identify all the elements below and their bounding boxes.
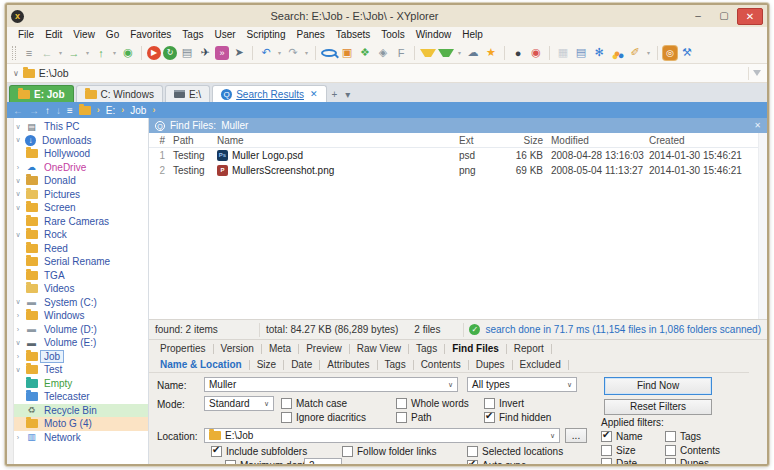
follow-folder-links-checkbox[interactable]: Follow folder links — [342, 446, 436, 457]
location-input[interactable]: E:\Job ∨ — [204, 428, 560, 443]
star-icon[interactable]: ★ — [483, 45, 499, 61]
menu-item[interactable]: Tabsets — [331, 29, 375, 40]
column-modified[interactable]: Modified — [547, 135, 645, 146]
minimize-button[interactable]: – — [685, 8, 711, 25]
breadcrumb-folder-icon[interactable] — [79, 106, 91, 115]
menu-item[interactable]: Scripting — [242, 29, 291, 40]
expand-toggle-icon[interactable]: ∨ — [14, 298, 22, 306]
panel-tab[interactable]: Find Files — [445, 343, 506, 354]
selected-locations-checkbox[interactable]: Selected locations — [467, 446, 563, 457]
file-row[interactable]: 1 Testing Ps Muller Logo.psd psd 16 KB 2… — [149, 148, 767, 163]
whole-words-checkbox[interactable]: Whole words — [396, 398, 469, 409]
invert-checkbox[interactable]: Invert — [484, 398, 524, 409]
tree-item-reed[interactable]: Reed — [14, 242, 148, 256]
breadcrumb-forward-icon[interactable]: → — [29, 105, 39, 116]
up-icon[interactable]: ↑ — [93, 45, 109, 61]
expand-toggle-icon[interactable]: ∨ — [14, 123, 22, 131]
expand-toggle-icon[interactable]: ∨ — [14, 204, 22, 212]
panel-tab[interactable]: Properties — [153, 343, 213, 354]
tab-c-windows[interactable]: C: Windows — [76, 85, 163, 102]
separator[interactable] — [657, 46, 658, 60]
browse-button[interactable]: ... — [565, 428, 587, 443]
expand-toggle-icon[interactable]: ∨ — [14, 177, 22, 185]
column-ext[interactable]: Ext — [455, 135, 493, 146]
address-path[interactable]: E:\Job — [39, 67, 69, 79]
filter-yellow-icon[interactable] — [420, 49, 436, 57]
expand-toggle-icon[interactable]: › — [14, 353, 22, 360]
close-button[interactable]: ✕ — [737, 8, 763, 25]
panel-tab[interactable]: Version — [214, 343, 261, 354]
undo-dropdown-icon[interactable]: ▾ — [276, 45, 283, 61]
dark-mode-icon[interactable]: ● — [510, 45, 526, 61]
tree-item-onedrive[interactable]: › ☁ OneDrive — [14, 161, 148, 175]
brush-icon[interactable]: ✐ — [627, 45, 643, 61]
panel-tab[interactable]: Preview — [299, 343, 349, 354]
catalog-icon[interactable]: ▤ — [179, 45, 195, 61]
expand-toggle-icon[interactable]: ∨ — [14, 339, 22, 347]
up-dropdown-icon[interactable]: ▾ — [111, 45, 118, 61]
filter-green-icon[interactable] — [438, 49, 454, 57]
applied-filter-checkbox[interactable]: Contents — [665, 444, 737, 458]
depth-select[interactable]: 2 ∨ — [304, 458, 342, 466]
address-bar[interactable]: ∨ E:\Job — [7, 64, 767, 83]
find-hidden-checkbox[interactable]: Find hidden — [484, 412, 551, 423]
find-subtab[interactable]: Dupes — [469, 359, 512, 370]
breadcrumb-segment-drive[interactable]: E: — [106, 105, 115, 116]
tree-item-rock[interactable]: ∨ Rock — [14, 228, 148, 242]
forward-dropdown-icon[interactable]: ▾ — [84, 45, 91, 61]
panel-tab[interactable]: Raw View — [350, 343, 408, 354]
tree-item-pictures[interactable]: ∨ Pictures — [14, 188, 148, 202]
tools-icon[interactable]: ⚒ — [679, 45, 695, 61]
find-subtab[interactable]: Contents — [414, 359, 468, 370]
list-scrollbar[interactable] — [758, 133, 767, 319]
chevron-down-icon[interactable]: ∨ — [264, 400, 269, 408]
applied-filter-checkbox[interactable]: Date — [601, 457, 665, 466]
tree-item-telecaster[interactable]: Telecaster — [14, 390, 148, 404]
redo-dropdown-icon[interactable]: ▾ — [303, 45, 310, 61]
tree-item-downloads[interactable]: ∨ ↓ Downloads — [14, 134, 148, 148]
maximum-depth-checkbox[interactable]: Maximum depth: — [225, 460, 314, 466]
tree-item-volume-e[interactable]: ∨ ▬ Volume (E:) — [14, 336, 148, 350]
menu-item[interactable]: Favorites — [125, 29, 176, 40]
find-now-button[interactable]: Find Now — [604, 377, 712, 395]
expand-toggle-icon[interactable]: ∨ — [14, 190, 22, 198]
type-select[interactable]: All types ∨ — [467, 377, 577, 392]
close-results-icon[interactable]: ✕ — [754, 121, 761, 130]
redo-icon[interactable]: ↷ — [285, 45, 301, 61]
tree-item-windows[interactable]: › Windows — [14, 309, 148, 323]
panel-tab[interactable]: Tags — [409, 343, 444, 354]
match-case-checkbox[interactable]: Match case — [281, 398, 347, 409]
go-icon[interactable]: ▶ — [147, 46, 161, 60]
tree-item-serial-rename[interactable]: Serial Rename — [14, 255, 148, 269]
column-created[interactable]: Created — [645, 135, 755, 146]
find-subtab[interactable]: Size — [250, 359, 283, 370]
grid-view-icon[interactable]: ▦ — [555, 45, 571, 61]
breadcrumb-up-icon[interactable]: ↑ — [45, 105, 50, 116]
details-view-icon[interactable]: ▤ — [573, 45, 589, 61]
separator[interactable] — [414, 46, 415, 60]
separator[interactable] — [315, 46, 316, 60]
breadcrumb-menu-icon[interactable]: ≡ — [67, 105, 73, 116]
chevron-down-icon[interactable]: ∨ — [550, 432, 555, 440]
xyplorer-logo-icon[interactable]: ◎ — [663, 46, 677, 60]
tree-item-volume-d[interactable]: › ▬ Volume (D:) — [14, 323, 148, 337]
scripts-icon[interactable]: » — [215, 46, 229, 60]
panel-tab[interactable]: Meta — [262, 343, 298, 354]
separator[interactable] — [549, 46, 550, 60]
menu-item[interactable]: Window — [411, 29, 457, 40]
tree-item-recycle-bin[interactable]: ♻ Recycle Bin — [14, 404, 148, 418]
menu-item[interactable]: View — [68, 29, 100, 40]
applied-filter-checkbox[interactable]: Size — [601, 444, 665, 458]
column-name[interactable]: Name — [213, 135, 455, 146]
breadcrumb-back-icon[interactable]: ← — [13, 105, 23, 116]
find-subtab[interactable]: Name & Location — [153, 359, 249, 370]
column-path[interactable]: Path — [169, 135, 213, 146]
send-icon[interactable]: ✈ — [197, 45, 213, 61]
mode-select[interactable]: Standard ∨ — [204, 396, 274, 411]
undo-icon[interactable]: ↶ — [258, 45, 274, 61]
toolbar-grip[interactable] — [12, 46, 16, 60]
back-icon[interactable]: ← — [39, 45, 55, 61]
name-input[interactable]: Muller ∨ — [204, 377, 458, 392]
tree-item-moto-g[interactable]: Moto G (4) — [14, 417, 148, 431]
breadcrumb-segment-folder[interactable]: Job — [130, 105, 146, 116]
